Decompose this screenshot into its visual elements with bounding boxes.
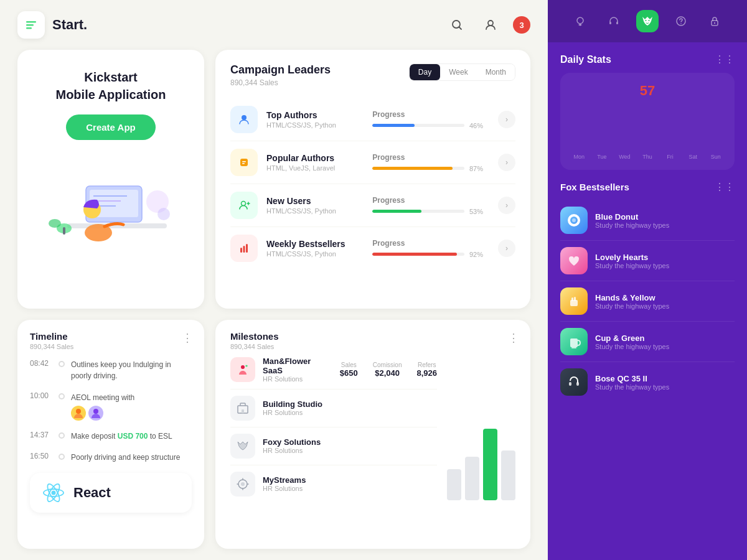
bose-thumb	[560, 368, 588, 396]
top-authors-info: Top Authors HTML/CSS/JS, Python	[266, 110, 364, 129]
cup-green-thumb	[560, 328, 588, 355]
rp-lock-icon[interactable]	[703, 10, 726, 32]
notification-badge[interactable]: 3	[513, 16, 530, 34]
timeline-more-button[interactable]: ⋮	[182, 331, 193, 345]
svg-rect-1	[26, 24, 34, 26]
manflower-stats: Sales $650 Comission $2,040 Refers 8,926	[340, 362, 437, 378]
svg-point-51	[714, 22, 715, 24]
svg-point-47	[649, 20, 650, 21]
rp-fox-icon[interactable]	[636, 10, 659, 32]
content-grid: Kickstart Mobile Application Create App	[0, 50, 548, 560]
top-authors-chevron[interactable]: ›	[498, 111, 515, 128]
top-authors-progress: Progress 46%	[372, 110, 489, 129]
timeline-list: 08:42 Outlines keep you Indulging in poo…	[30, 359, 192, 463]
building-studio-icon	[230, 396, 255, 421]
popular-authors-name: Popular Authors	[266, 153, 364, 163]
timeline-item-1: 08:42 Outlines keep you Indulging in poo…	[30, 359, 192, 381]
bar-fri: Fri	[661, 150, 679, 160]
right-panel-top	[548, 0, 747, 42]
svg-point-16	[49, 219, 61, 228]
header-right: 3	[446, 14, 530, 36]
header-left: Start.	[17, 11, 87, 39]
popular-authors-progress: Progress 87%	[372, 153, 489, 172]
milestone-row-foxy: Foxy Solutions HR Solutions	[230, 427, 437, 465]
fox-item-bose[interactable]: Bose QC 35 II Study the highway types	[560, 362, 735, 402]
bar-sun: Sun	[707, 150, 725, 160]
kickstart-title: Kickstart Mobile Application	[55, 68, 166, 103]
daily-stats-more[interactable]: ⋮⋮	[715, 54, 735, 65]
lovely-hearts-thumb	[560, 247, 588, 274]
logo-text: Start.	[52, 17, 87, 33]
fox-bestsellers-header: Fox Bestsellers ⋮⋮	[560, 181, 735, 193]
search-icon[interactable]	[446, 14, 468, 36]
timeline-item-3: 14:37 Make deposit USD 700 to ESL	[30, 431, 192, 442]
new-users-chevron[interactable]: ›	[498, 197, 515, 214]
fox-item-blue-donut[interactable]: Blue Donut Study the highway types	[560, 200, 735, 241]
weekly-bestsellers-info: Weekly Bestsellers HTML/CSS/JS, Python	[266, 239, 364, 258]
campaign-subtitle: 890,344 Sales	[230, 78, 331, 87]
fox-item-lovely-hearts[interactable]: Lovely Hearts Study the highway types	[560, 241, 735, 281]
rp-headphone-icon[interactable]	[603, 10, 625, 32]
avatar-1	[71, 406, 86, 421]
milestone-row-manflower: Man&Flower SaaS HR Solutions Sales $650 …	[230, 350, 437, 390]
svg-rect-58	[571, 347, 576, 348]
new-users-tech: HTML/CSS/JS, Python	[266, 207, 364, 215]
svg-point-24	[242, 202, 246, 206]
fox-item-cup-green[interactable]: Cup & Green Study the highway types	[560, 322, 735, 362]
tab-week[interactable]: Week	[440, 64, 476, 80]
milestones-chart	[447, 350, 515, 503]
campaign-tab-group: Day Week Month	[409, 63, 515, 81]
fox-bestsellers-title: Fox Bestsellers	[560, 182, 629, 192]
meeting-avatars	[71, 406, 134, 421]
fox-item-hands-yellow[interactable]: Hands & Yellow Study the highway types	[560, 281, 735, 322]
create-app-button[interactable]: Create App	[66, 114, 155, 140]
svg-rect-57	[570, 338, 578, 347]
manflower-icon	[230, 357, 255, 382]
tab-month[interactable]: Month	[477, 64, 515, 80]
rp-bulb-icon[interactable]	[569, 10, 591, 32]
popular-authors-info: Popular Authors HTML, VueJS, Laravel	[266, 153, 364, 172]
svg-point-19	[157, 208, 170, 220]
top-authors-name: Top Authors	[266, 110, 364, 120]
rp-question-icon[interactable]	[670, 10, 692, 32]
svg-rect-55	[571, 297, 573, 301]
hands-yellow-thumb	[560, 287, 588, 315]
svg-point-32	[52, 490, 56, 495]
kickstart-card: Kickstart Mobile Application Create App	[17, 50, 204, 309]
svg-rect-0	[26, 21, 36, 23]
chart-bar-4	[501, 450, 515, 500]
svg-rect-2	[26, 27, 32, 29]
campaign-card: Campaign Leaders 890,344 Sales Day Week …	[215, 50, 530, 309]
svg-point-30	[76, 409, 81, 414]
svg-point-40	[241, 482, 245, 486]
react-badge: React	[30, 473, 192, 513]
timeline-title: Timeline	[30, 331, 192, 342]
blue-donut-thumb	[560, 207, 588, 234]
svg-rect-17	[63, 227, 65, 235]
milestone-row-building-studio: Building Studio HR Solutions	[230, 390, 437, 427]
tab-day[interactable]: Day	[410, 64, 440, 80]
foxy-icon	[230, 434, 255, 459]
new-users-info: New Users HTML/CSS/JS, Python	[266, 196, 364, 215]
popular-authors-icon	[230, 149, 258, 176]
svg-rect-22	[242, 161, 246, 162]
new-users-icon	[230, 192, 258, 219]
fox-bestsellers-more[interactable]: ⋮⋮	[715, 181, 735, 193]
header: Start. 3	[0, 0, 548, 50]
campaign-header: Campaign Leaders 890,344 Sales Day Week …	[230, 63, 515, 87]
svg-rect-21	[240, 159, 248, 166]
popular-authors-bar	[372, 167, 452, 170]
right-content: Daily Stats ⋮⋮ 57 Mon Tue Wed	[548, 42, 747, 560]
milestones-subtitle: 890,344 Sales	[230, 343, 515, 350]
daily-stats-header: Daily Stats ⋮⋮	[560, 54, 735, 65]
popular-authors-chevron[interactable]: ›	[498, 154, 515, 171]
weekly-bestsellers-chevron[interactable]: ›	[498, 240, 515, 257]
milestones-more-button[interactable]: ⋮	[508, 331, 519, 345]
user-icon[interactable]	[479, 14, 502, 36]
campaign-title-block: Campaign Leaders 890,344 Sales	[230, 63, 331, 87]
timeline-card: Timeline 890,344 Sales ⋮ 08:42 Outlines …	[17, 320, 204, 549]
avatar-2	[88, 406, 103, 421]
new-users-progress: Progress 53%	[372, 196, 489, 215]
top-authors-bar	[372, 124, 415, 127]
svg-point-41	[577, 17, 583, 24]
